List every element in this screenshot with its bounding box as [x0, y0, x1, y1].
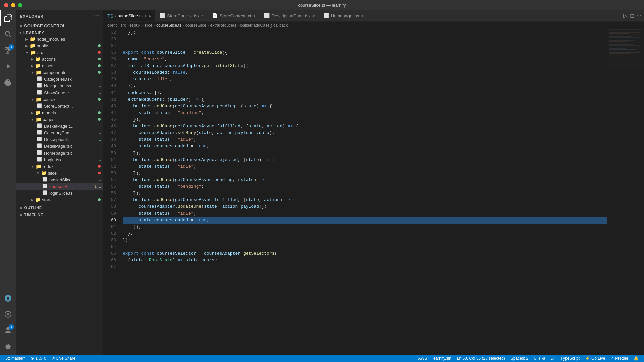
learnify-project-header[interactable]: ▼ LEARNIFY: [16, 29, 103, 36]
error-count: 1: [35, 356, 38, 361]
file-courseslice[interactable]: ⬜ coursesSli... 1, U: [16, 183, 103, 190]
tab-storecontext-tsx-close[interactable]: ×: [201, 13, 204, 18]
status-learnify[interactable]: learnify.sln: [430, 355, 454, 362]
status-prettier[interactable]: ✓ Prettier: [608, 355, 631, 362]
file-categorypage[interactable]: ⬜ CategoryPag... U: [16, 129, 103, 136]
folder-pages[interactable]: ▼ 📁 pages: [16, 116, 103, 123]
file-login[interactable]: ⬜ Login.tsx U: [16, 156, 103, 163]
file-basketpage[interactable]: ⬜ BasketPage.t... U: [16, 123, 103, 129]
tab-homepage[interactable]: ⬜ Homepage.tsx ●: [319, 10, 368, 21]
folder-slice[interactable]: ▼ 📁 slice: [16, 170, 103, 176]
status-aws[interactable]: AWS: [415, 355, 430, 362]
breadcrumb-client[interactable]: client: [107, 23, 117, 28]
categorypage-badge: U: [99, 131, 101, 135]
file-descriptionpage[interactable]: ⬜ DescriptionP... U: [16, 136, 103, 143]
extensions-activity-icon[interactable]: [0, 74, 16, 90]
file-detailpage[interactable]: ⬜ DetailPage.tsx U: [16, 143, 103, 149]
status-branch[interactable]: ⎇ master*: [3, 355, 28, 362]
remote-activity-icon[interactable]: [0, 290, 16, 306]
status-lineending[interactable]: LF: [548, 355, 558, 362]
liveshare-activity-icon[interactable]: [0, 306, 16, 322]
detailpage-badge: U: [99, 144, 101, 148]
line-32: });: [123, 29, 607, 36]
outline-section[interactable]: ▶ OUTLINE: [16, 204, 103, 211]
file-homepage[interactable]: ⬜ Homepage.tsx U: [16, 149, 103, 156]
breadcrumb-file[interactable]: courseSlice.ts: [156, 23, 181, 28]
minimize-button[interactable]: [11, 3, 15, 7]
more-actions-icon[interactable]: ···: [637, 13, 641, 19]
folder-components[interactable]: ▼ 📁 components: [16, 69, 103, 76]
breadcrumb-redux[interactable]: redux: [130, 23, 140, 28]
search-activity-icon[interactable]: [0, 26, 16, 42]
bell-icon: 🔔: [634, 356, 639, 361]
folder-store[interactable]: ▶ 📁 store: [16, 196, 103, 203]
status-spaces[interactable]: Spaces: 2: [508, 355, 531, 362]
status-liveshare[interactable]: ↗ Live Share: [49, 355, 78, 362]
folder-public[interactable]: ▶ 📁 public: [16, 42, 103, 49]
split-editor-icon[interactable]: ⊟: [630, 13, 634, 19]
line-63: });: [123, 237, 607, 244]
status-language[interactable]: TypeScript: [558, 355, 582, 362]
folder-node-modules[interactable]: ▶ 📁 node_modules: [16, 36, 103, 42]
breadcrumb-callback[interactable]: builder.addCase() callback: [240, 23, 288, 28]
liveshare-label: Live Share: [56, 356, 75, 361]
tab-descriptionpage[interactable]: ⬜ DescriptionPage.tsx ●: [260, 10, 319, 21]
folder-actions[interactable]: ▶ 📁 actions: [16, 56, 103, 62]
tab-courseslice[interactable]: TS courseSlice.ts 1 ●: [103, 10, 155, 21]
code-container: 3233343536 3738394041 4243444546 4748495…: [103, 29, 644, 355]
ts-icon-courseslice: ⬜: [42, 184, 48, 189]
folder-models[interactable]: ▶ 📁 models: [16, 109, 103, 116]
status-golive[interactable]: ⚡ Go Live: [582, 355, 608, 362]
window-controls[interactable]: [4, 3, 22, 7]
status-bell[interactable]: 🔔: [631, 355, 641, 362]
folder-redux[interactable]: ▼ 📁 redux: [16, 163, 103, 170]
assets-badge: [98, 64, 101, 67]
source-control-section-header[interactable]: ▶ SOURCE CONTROL: [16, 22, 103, 29]
lightbulb-icon[interactable]: 💡: [120, 217, 121, 224]
run-icon[interactable]: ▷: [623, 13, 627, 19]
code-editor[interactable]: }); export const courseSlice = createSli…: [120, 29, 607, 355]
folder-src[interactable]: ▼ 📁 src: [16, 49, 103, 56]
explorer-more-button[interactable]: ···: [93, 13, 99, 20]
tab-storecontext-txt[interactable]: 📄 StoreContext.txt ●: [208, 10, 260, 21]
breadcrumb-src[interactable]: src: [121, 23, 126, 28]
source-control-activity-icon[interactable]: 1: [0, 42, 16, 58]
line-61: });: [123, 224, 607, 230]
line-43: builder.addCase(getCoursesAsync.pending,…: [123, 103, 607, 110]
file-loginslice[interactable]: ⬜ loginSlice.ts U: [16, 190, 103, 196]
breadcrumb-extrareducers[interactable]: extraReducers: [210, 23, 236, 28]
explorer-activity-icon[interactable]: [0, 10, 16, 26]
file-basketslice[interactable]: ⬜ basketSlice.... U: [16, 176, 103, 183]
tab-storecontext-txt-close[interactable]: ●: [253, 13, 256, 18]
status-position[interactable]: Ln 60, Col 36 (28 selected): [454, 355, 508, 362]
breadcrumb-slice[interactable]: slice: [144, 23, 152, 28]
sidebar: EXPLORER ··· ▶ SOURCE CONTROL ▼ LEARNIFY…: [16, 10, 103, 355]
tab-courseslice-close[interactable]: ●: [149, 14, 151, 18]
file-showcourse[interactable]: ⬜ ShowCourse... U: [16, 89, 103, 96]
storecontext-badge: U: [99, 104, 101, 108]
explorer-title: EXPLORER: [20, 14, 43, 18]
run-activity-icon[interactable]: [0, 58, 16, 74]
file-storecontext[interactable]: ⬜ StoreContext... U: [16, 103, 103, 109]
breadcrumb-courseslice[interactable]: courseSlice: [185, 23, 206, 28]
settings-activity-icon[interactable]: [0, 339, 16, 355]
timeline-section[interactable]: ▶ TIMELINE: [16, 211, 103, 218]
close-button[interactable]: [4, 3, 8, 7]
redux-badge: [98, 165, 101, 168]
account-activity-icon[interactable]: 1: [0, 322, 16, 339]
status-errors[interactable]: ⊗ 1 ⚠ 0: [28, 355, 49, 362]
maximize-button[interactable]: [18, 3, 22, 7]
tab-descriptionpage-close[interactable]: ●: [312, 13, 315, 18]
tsx-icon-showcourse: ⬜: [37, 90, 42, 95]
folder-context[interactable]: ▼ 📁 context: [16, 96, 103, 103]
file-navigation[interactable]: ⬜ Navigation.tsx U: [16, 82, 103, 89]
tabs-actions[interactable]: ▷ ⊟ ···: [623, 10, 644, 21]
tab-storecontext-tsx[interactable]: ⬜ StoreContext.tsx ×: [155, 10, 208, 21]
tsx-icon-navigation: ⬜: [37, 83, 42, 88]
file-categories[interactable]: ⬜ Categories.tsx U: [16, 76, 103, 82]
line-54: builder.addCase(getCourseAsync.pending, …: [123, 177, 607, 183]
tsx-icon-categories: ⬜: [37, 76, 42, 82]
folder-assets[interactable]: ▶ 📁 assets: [16, 62, 103, 69]
status-encoding[interactable]: UTF-8: [531, 355, 548, 362]
tab-homepage-close[interactable]: ●: [361, 13, 363, 18]
